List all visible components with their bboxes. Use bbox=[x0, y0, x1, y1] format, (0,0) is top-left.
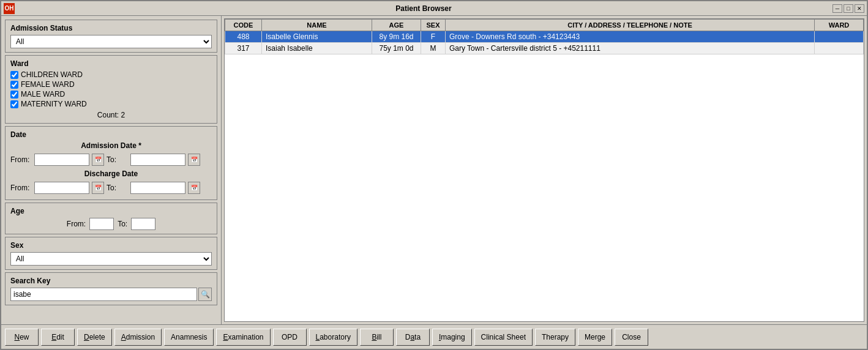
clinical-sheet-button[interactable]: Clinical Sheet bbox=[474, 329, 533, 346]
admission-date-to-cal[interactable]: 📅 bbox=[188, 154, 200, 166]
female-ward-checkbox[interactable] bbox=[10, 81, 18, 89]
maternity-ward-checkbox[interactable] bbox=[10, 100, 18, 108]
admission-date-to-input[interactable] bbox=[130, 154, 185, 166]
col-ward-header: WARD bbox=[815, 20, 864, 31]
search-wrap: 🔍 bbox=[10, 288, 212, 301]
app-icon: OH bbox=[4, 3, 15, 14]
laboratory-button[interactable]: Laboratory bbox=[309, 329, 357, 346]
bill-button[interactable]: Bill bbox=[360, 329, 394, 346]
discharge-date-to-cal[interactable]: 📅 bbox=[188, 182, 200, 194]
to-label-1: To: bbox=[107, 155, 128, 164]
cell-city: Gary Town - Cartersville district 5 - +4… bbox=[446, 43, 815, 54]
cell-code: 488 bbox=[225, 31, 262, 43]
minimize-button[interactable]: ─ bbox=[832, 4, 842, 13]
patient-browser-window: OH Patient Browser ─ □ ✕ Admission Statu… bbox=[0, 0, 868, 350]
age-from-input[interactable] bbox=[89, 218, 114, 230]
table-row[interactable]: 317 Isaiah Isabelle 75y 1m 0d M Gary Tow… bbox=[225, 43, 864, 54]
discharge-date-label: Discharge Date bbox=[10, 169, 212, 178]
date-section-label: Date bbox=[10, 130, 212, 139]
ward-count: Count: 2 bbox=[10, 111, 212, 119]
cell-ward bbox=[815, 31, 864, 43]
col-code-header: CODE bbox=[225, 20, 262, 31]
admission-date-from-row: From: 📅 To: 📅 bbox=[10, 154, 212, 166]
female-ward-label: FEMALE WARD bbox=[21, 80, 75, 89]
search-button[interactable]: 🔍 bbox=[198, 288, 212, 301]
ward-label: Ward bbox=[10, 59, 212, 68]
data-button[interactable]: Data bbox=[396, 329, 430, 346]
maternity-ward-label: MATERNITY WARD bbox=[21, 100, 87, 108]
admission-date-label: Admission Date * bbox=[10, 141, 212, 150]
cell-name: Isaiah Isabelle bbox=[262, 43, 372, 54]
children-ward-checkbox[interactable] bbox=[10, 71, 18, 79]
admission-date-from-input[interactable] bbox=[34, 154, 89, 166]
new-button[interactable]: New bbox=[5, 329, 39, 346]
close-button[interactable]: Close bbox=[615, 329, 648, 346]
admission-status-section: Admission Status All Admitted Discharged bbox=[5, 20, 217, 53]
sex-section: Sex All Male Female bbox=[5, 237, 217, 270]
imaging-button[interactable]: Imaging bbox=[432, 329, 472, 346]
maternity-ward-item: MATERNITY WARD bbox=[10, 100, 212, 108]
table-row[interactable]: 488 Isabelle Glennis 8y 9m 16d F Grove -… bbox=[225, 31, 864, 43]
examination-button[interactable]: Examination bbox=[216, 329, 270, 346]
male-ward-item: MALE WARD bbox=[10, 90, 212, 99]
delete-button[interactable]: Delete bbox=[77, 329, 112, 346]
discharge-date-from-cal[interactable]: 📅 bbox=[92, 182, 104, 194]
discharge-date-from-row: From: 📅 To: 📅 bbox=[10, 182, 212, 194]
window-title: Patient Browser bbox=[15, 4, 832, 13]
anamnesis-button[interactable]: Anamnesis bbox=[164, 329, 214, 346]
admission-date-from-cal[interactable]: 📅 bbox=[92, 154, 104, 166]
ward-section: Ward CHILDREN WARD FEMALE WARD MALE WARD… bbox=[5, 55, 217, 124]
date-section: Date Admission Date * From: 📅 To: 📅 Disc… bbox=[5, 126, 217, 200]
cell-code: 317 bbox=[225, 43, 262, 54]
admission-button[interactable]: Admission bbox=[114, 329, 162, 346]
restore-button[interactable]: □ bbox=[844, 4, 853, 13]
col-sex-header: SEX bbox=[421, 20, 446, 31]
right-panel: CODE NAME AGE SEX CITY / ADDRESS / TELEP… bbox=[222, 16, 867, 324]
patient-table: CODE NAME AGE SEX CITY / ADDRESS / TELEP… bbox=[225, 19, 864, 54]
col-name-header: NAME bbox=[262, 20, 372, 31]
cell-age: 8y 9m 16d bbox=[372, 31, 421, 43]
col-age-header: AGE bbox=[372, 20, 421, 31]
from-label-2: From: bbox=[10, 184, 32, 192]
title-bar-left: OH bbox=[4, 3, 15, 14]
to-label-2: To: bbox=[107, 184, 128, 192]
cell-age: 75y 1m 0d bbox=[372, 43, 421, 54]
age-to-input[interactable] bbox=[131, 218, 155, 230]
admission-status-dropdown[interactable]: All Admitted Discharged bbox=[10, 35, 212, 48]
age-to-label: To: bbox=[118, 220, 127, 228]
search-key-section: Search Key 🔍 bbox=[5, 272, 217, 305]
close-window-button[interactable]: ✕ bbox=[855, 4, 864, 13]
cell-name: Isabelle Glennis bbox=[262, 31, 372, 43]
merge-button[interactable]: Merge bbox=[578, 329, 612, 346]
sex-label: Sex bbox=[10, 241, 212, 250]
admission-status-label: Admission Status bbox=[10, 24, 212, 32]
cell-city: Grove - Downers Rd south - +34123443 bbox=[446, 31, 815, 43]
left-panel: Admission Status All Admitted Discharged… bbox=[1, 16, 222, 324]
search-key-label: Search Key bbox=[10, 277, 212, 285]
therapy-button[interactable]: Therapy bbox=[535, 329, 575, 346]
age-section: Age From: To: bbox=[5, 203, 217, 234]
children-ward-item: CHILDREN WARD bbox=[10, 70, 212, 79]
age-label: Age bbox=[10, 207, 212, 215]
main-content: Admission Status All Admitted Discharged… bbox=[1, 16, 867, 324]
female-ward-item: FEMALE WARD bbox=[10, 80, 212, 89]
patient-table-container: CODE NAME AGE SEX CITY / ADDRESS / TELEP… bbox=[224, 18, 864, 322]
table-header-row: CODE NAME AGE SEX CITY / ADDRESS / TELEP… bbox=[225, 20, 864, 31]
discharge-date-to-input[interactable] bbox=[130, 182, 185, 194]
col-city-header: CITY / ADDRESS / TELEPHONE / NOTE bbox=[446, 20, 815, 31]
sex-dropdown[interactable]: All Male Female bbox=[10, 252, 212, 266]
children-ward-label: CHILDREN WARD bbox=[21, 70, 83, 79]
cell-sex: M bbox=[421, 43, 446, 54]
male-ward-checkbox[interactable] bbox=[10, 91, 18, 99]
male-ward-label: MALE WARD bbox=[21, 90, 65, 99]
title-bar: OH Patient Browser ─ □ ✕ bbox=[1, 1, 867, 16]
discharge-date-from-input[interactable] bbox=[34, 182, 89, 194]
cell-ward bbox=[815, 43, 864, 54]
table-body: 488 Isabelle Glennis 8y 9m 16d F Grove -… bbox=[225, 31, 864, 54]
search-key-input[interactable] bbox=[10, 288, 197, 301]
from-label-1: From: bbox=[10, 155, 32, 164]
opd-button[interactable]: OPD bbox=[273, 329, 307, 346]
cell-sex: F bbox=[421, 31, 446, 43]
edit-button[interactable]: Edit bbox=[41, 329, 75, 346]
bottom-toolbar: New Edit Delete Admission Anamnesis Exam… bbox=[1, 324, 867, 349]
